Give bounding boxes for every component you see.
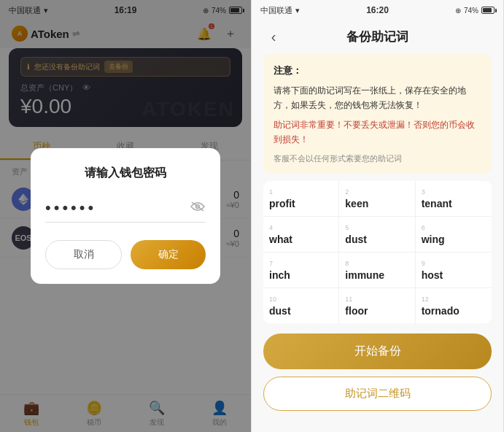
wifi-icon-2: ▾ [295,6,300,15]
notice-support: 客服不会以任何形式索要您的助记词 [274,152,481,166]
mnemonic-cell-10: 10dust [263,288,339,323]
svg-line-5 [192,202,203,211]
carrier-2: 中国联通 [260,5,292,16]
phone2: 中国联通 ▾ 16:20 ⊕ 74% ‹ 备份助记词 注意： 请将下面的助记词写… [252,0,504,432]
confirm-button[interactable]: 确定 [131,240,206,269]
mnemonic-cell-2: 2keen [339,181,415,217]
password-modal: 请输入钱包密码 •••••• 取消 确定 [31,148,220,284]
back-button[interactable]: ‹ [263,26,284,47]
battery-pct-2: 74% [464,7,478,15]
mnemonic-cell-11: 11floor [339,288,415,323]
notice-line1: 请将下面的助记词写在一张纸上，保存在安全的地方，如果丢失，您的钱包将无法恢复！ [274,83,481,113]
time-2: 16:20 [366,5,389,15]
mnemonic-cell-5: 5dust [339,217,415,252]
mnemonic-cell-8: 8immune [339,252,415,288]
mnemonic-grid: 1profit2keen3tenant4what5dust6wing7inch8… [263,181,492,323]
mnemonic-cell-3: 3tenant [416,181,492,217]
action-buttons: 开始备份 助记词二维码 [252,333,503,411]
mnemonic-cell-4: 4what [263,217,339,252]
qr-backup-button[interactable]: 助记词二维码 [263,377,492,411]
status-bar-2: 中国联通 ▾ 16:20 ⊕ 74% [252,0,503,20]
mnemonic-cell-12: 12tornado [416,288,492,323]
page-title: 备份助记词 [284,28,471,45]
mnemonic-cell-7: 7inch [263,252,339,288]
mnemonic-cell-1: 1profit [263,181,339,217]
mnemonic-header: ‹ 备份助记词 [252,20,503,51]
notice-box: 注意： 请将下面的助记词写在一张纸上，保存在安全的地方，如果丢失，您的钱包将无法… [263,54,492,174]
password-field: •••••• [45,194,206,223]
modal-overlay: 请输入钱包密码 •••••• 取消 确定 [0,0,251,432]
modal-title: 请输入钱包密码 [45,166,206,181]
notice-title: 注意： [274,63,481,79]
modal-buttons: 取消 确定 [45,240,206,269]
cancel-button[interactable]: 取消 [45,240,122,269]
password-toggle-icon[interactable] [190,201,206,215]
mnemonic-cell-9: 9host [416,252,492,288]
status-left-2: 中国联通 ▾ [260,5,300,16]
sim-icon-2: ⊕ [455,7,461,15]
mnemonic-cell-6: 6wing [416,217,492,252]
start-backup-button[interactable]: 开始备份 [263,333,492,369]
battery-icon-2 [481,7,495,14]
phone1: 中国联通 ▾ 16:19 ⊕ 74% A AToken ⇌ 🔔 1 ＋ ℹ 您还… [0,0,252,432]
status-right-2: ⊕ 74% [455,7,495,15]
notice-line2: 助记词非常重要！不要丢失或泄漏！否则您的币会收到损失！ [274,117,481,147]
password-dots: •••••• [45,198,96,217]
